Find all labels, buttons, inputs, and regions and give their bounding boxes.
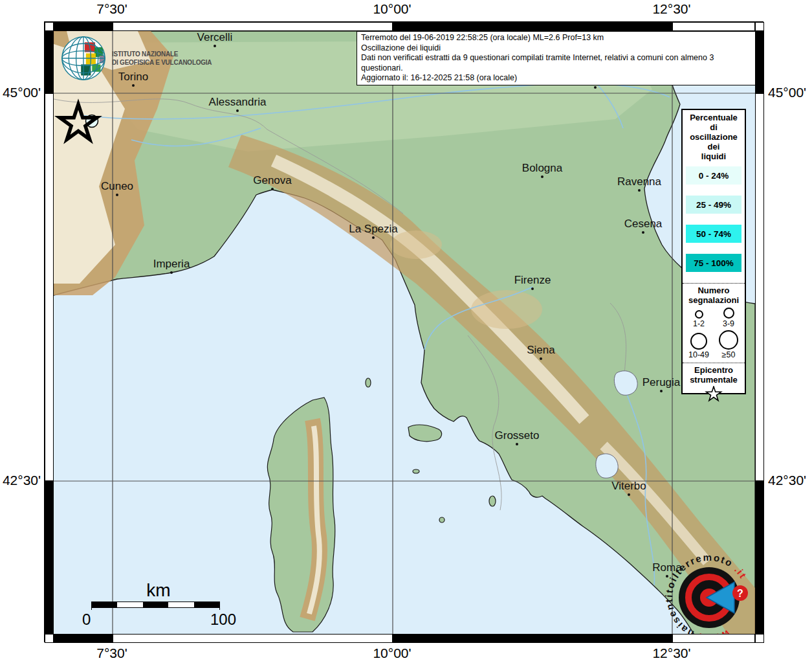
coord-top-10°00': 10°00' <box>353 1 431 17</box>
legend-numero-title: Numero <box>683 286 745 295</box>
info-line-2: Oscillazione dei liquidi <box>361 43 752 54</box>
info-line-4: Aggiornato il: 16-12-2025 21:58 (ora loc… <box>361 73 752 84</box>
event-info-box: Terremoto del 19-06-2019 22:58:25 (ora l… <box>357 31 756 85</box>
legend-circle-item: 10-49 <box>684 330 714 359</box>
city-dot <box>236 109 239 112</box>
city-dot <box>132 84 135 87</box>
coord-left-42°30': 42°30' <box>0 473 41 488</box>
circle-size-label: 10-49 <box>688 350 709 359</box>
legend-circle-item: 3-9 <box>714 308 743 328</box>
ingv-logo: ISTITUTO NAZIONALE DI GEOFISICA E VULCAN… <box>60 35 228 82</box>
legend-title: di <box>683 122 745 132</box>
city-dot <box>666 575 668 578</box>
terrain-map-svg <box>54 31 755 634</box>
city-label-perugia: Perugia <box>642 376 681 389</box>
city-label-alessandria: Alessandria <box>209 96 267 109</box>
city-dot <box>271 188 274 190</box>
city-label-bologna: Bologna <box>522 162 562 175</box>
city-dot <box>170 271 173 274</box>
legend-epicenter-title: strumentale <box>683 375 745 385</box>
coord-top-7°30': 7°30' <box>73 1 151 17</box>
city-label-grosseto: Grosseto <box>495 429 540 442</box>
circle-size-icon <box>690 333 707 350</box>
city-dot <box>372 236 375 239</box>
city-label-siena: Siena <box>527 344 554 357</box>
legend-separator <box>683 283 745 284</box>
ingv-globe-icon <box>60 35 107 82</box>
city-dot <box>628 493 630 496</box>
circle-size-label: 3-9 <box>723 319 734 328</box>
city-dot <box>531 287 534 290</box>
city-label-ravenna: Ravenna <box>617 175 661 188</box>
legend-panel: Percentuale di oscillazione dei liquidi … <box>681 109 746 394</box>
legend-circle-sizes: 1-23-910-49≥50 <box>684 308 743 361</box>
scalebar <box>91 601 220 608</box>
legend-swatch: 50 - 74% <box>686 225 741 243</box>
legend-numero-title: segnalazioni <box>683 295 745 305</box>
circle-size-icon <box>719 330 738 350</box>
scalebar-start: 0 <box>82 611 91 629</box>
legend-swatch: 0 - 24% <box>686 166 741 185</box>
city-dot <box>541 175 543 178</box>
circle-size-label: 1-2 <box>693 319 705 328</box>
coord-top-12°30': 12°30' <box>633 1 710 17</box>
city-dot <box>540 357 542 360</box>
tuscan-hills <box>471 290 542 329</box>
legend-swatch: 25 - 49% <box>686 196 741 214</box>
city-dot <box>516 443 518 445</box>
city-dot <box>642 231 644 234</box>
circle-size-icon <box>723 308 734 319</box>
legend-title: liquidi <box>683 152 745 161</box>
coord-bottom-10°00': 10°00' <box>353 646 431 661</box>
city-dot <box>638 189 641 192</box>
scalebar-unit: km <box>129 580 188 601</box>
legend-title: dei <box>683 142 745 152</box>
legend-swatches: 0 - 24%25 - 49%50 - 74%75 - 100% <box>683 166 745 272</box>
coord-right-45°00': 45°00' <box>768 85 812 100</box>
city-label-genova: Genova <box>253 174 292 187</box>
legend-title: oscillazione <box>683 132 745 142</box>
legend-circle-item: 1-2 <box>684 308 714 328</box>
info-line-1: Terremoto del 19-06-2019 22:58:25 (ora l… <box>361 33 752 43</box>
ingv-name: ISTITUTO NAZIONALE DI GEOFISICA E VULCAN… <box>112 50 212 67</box>
giglio <box>489 496 496 506</box>
city-label-cesena: Cesena <box>624 218 663 230</box>
city-dot <box>594 86 597 89</box>
capraia <box>366 378 371 387</box>
city-label-viterbo: Viterbo <box>611 480 646 493</box>
coord-bottom-7°30': 7°30' <box>73 646 151 661</box>
city-dot <box>116 194 118 196</box>
coord-left-45°00': 45°00' <box>0 85 41 100</box>
city-label-roma: Roma <box>652 561 681 574</box>
ingv-name-line2: DI GEOFISICA E VULCANOLOGIA <box>112 58 212 67</box>
city-label-imperia: Imperia <box>153 258 190 271</box>
city-label-la-spezia: La Spezia <box>349 223 398 236</box>
map-neatline-frame: Terremoto del 19-06-2019 22:58:25 (ora l… <box>44 21 763 642</box>
coord-bottom-12°30': 12°30' <box>633 646 710 661</box>
legend-epicenter-title: Epicentro <box>683 365 745 375</box>
city-label-firenze: Firenze <box>514 274 551 287</box>
city-label-cuneo: Cuneo <box>101 180 133 193</box>
pianosa <box>413 469 419 473</box>
montecristo <box>439 517 444 523</box>
circle-size-icon <box>695 310 703 319</box>
legend-title: Percentuale <box>683 113 745 122</box>
screenshot-root: { "coordinates": { "top": [{"label":"7°3… <box>0 0 812 663</box>
coord-right-42°30': 42°30' <box>768 473 812 488</box>
legend-star-icon <box>683 386 745 405</box>
circle-size-label: ≥50 <box>722 350 736 359</box>
info-line-3: Dati non verificati estratti da 9 questi… <box>361 53 752 73</box>
legend-swatch: 75 - 100% <box>686 254 741 272</box>
map-canvas: Terremoto del 19-06-2019 22:58:25 (ora l… <box>53 30 756 635</box>
city-dot <box>660 390 663 392</box>
legend-separator <box>683 363 745 363</box>
ingv-name-line1: ISTITUTO NAZIONALE <box>112 50 212 58</box>
scalebar-end: 100 <box>210 611 236 629</box>
legend-circle-item: ≥50 <box>714 330 743 359</box>
